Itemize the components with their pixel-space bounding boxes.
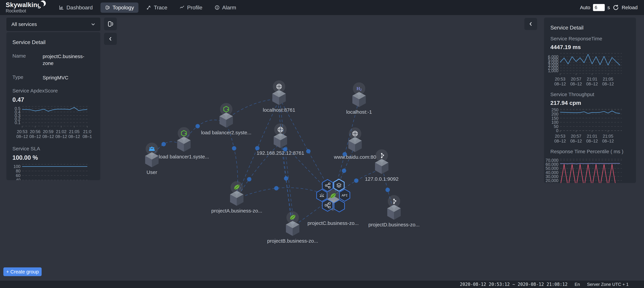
reload-icon[interactable] [612,4,619,11]
type-value: SpringMVC [42,74,94,81]
name-value: projectC.business-zone [42,53,94,67]
nav-item-profile[interactable]: Profile [175,2,207,13]
topology-node-baidu[interactable]: www.baidu.com:80 [334,128,376,160]
collapse-left-panel-button[interactable] [104,33,117,45]
status-bar: 2020-08-12 20:53:12 ~ 2020-08-12 21:08:1… [0,281,644,288]
topology-nodes: Userload balancer1.syste...load balancer… [145,80,420,244]
apdex-chart-title: Service ApdexScore [12,88,94,94]
seconds-label: s [608,5,610,10]
chevron-left-icon [528,21,533,26]
node-label: 127.0.0.1:9092 [365,176,398,182]
svg-text:1,000: 1,000 [548,68,558,73]
edge-traffic-dot [354,178,358,183]
svg-text:21:02: 21:02 [56,129,66,134]
topology-icon [105,5,110,10]
nav-item-trace[interactable]: Trace [142,2,172,13]
node-label: projectC.business-zo... [308,220,358,226]
nav-label: Topology [112,4,134,11]
panel-title: Service Detail [550,25,630,31]
type-label: Type [12,74,42,81]
svg-text:150: 150 [552,116,558,121]
sla-chart-value: 100.00 % [12,154,94,161]
reload-label[interactable]: Reload [622,5,638,10]
svg-text:21:0: 21:0 [83,129,92,134]
node-label: load balancer1.syste... [159,154,209,159]
topology-node-h2db[interactable]: H2localhost:-1 [346,82,372,115]
topology-node-lb2[interactable]: load balancer2.syste... [201,103,251,135]
edge-traffic-dot [274,186,278,190]
svg-text:08–12: 08–12 [554,139,566,143]
percentile-chart: 70,00060,00050,00040,00030,00020,00010,0… [550,157,630,183]
main-nav: DashboardTopologyTraceProfileAlarm [54,2,240,13]
nav-label: Alarm [222,4,236,11]
sla-chart-title: Service SLA [12,146,94,151]
service-selector-value: All services [12,21,37,27]
svg-text:21:05: 21:05 [603,77,613,81]
node-label: load balancer2.syste... [201,130,251,135]
svg-text:08–12: 08–12 [29,134,41,139]
auto-interval-input[interactable] [593,4,605,11]
topology-edge [280,103,294,225]
throughput-chart: 25020015010050020:5308–1220:5708–1221:01… [550,108,630,144]
trace-icon [146,5,152,10]
node-menu-hex-api[interactable]: API [340,189,350,201]
edge-traffic-dot [386,188,390,192]
nav-item-topology[interactable]: Topology [100,2,138,13]
svg-text:20:53: 20:53 [555,77,566,81]
topology-node-projectA[interactable]: projectA.business-zo... [211,181,262,213]
service-name-row: Name projectC.business-zone [12,53,94,67]
svg-text:80: 80 [16,169,20,173]
svg-text:21:01: 21:01 [587,134,597,139]
alarm-icon [214,5,220,10]
topology-node-projectB[interactable]: projectB.business-zo... [267,211,318,244]
node-menu-hex-layers[interactable] [334,179,344,191]
logo-crescent-icon [38,0,47,8]
nav-item-dashboard[interactable]: Dashboard [54,2,97,13]
node-label: User [146,169,157,175]
topology-node-registry2[interactable]: 192.168.252.12:8761 [256,123,304,156]
create-group-button[interactable]: + Create group [3,267,42,276]
node-label: projectA.business-zo... [211,208,262,213]
apdex-chart-value: 0.47 [12,96,94,103]
topology-node-registry1[interactable]: localhost:8761 [263,80,295,113]
svg-text:20:53: 20:53 [17,129,28,134]
topology-edge [282,103,330,191]
response-time-chart-title: Service ResponseTime [550,36,630,41]
service-selector[interactable]: All services [6,17,100,31]
time-range: 2020-08-12 20:53:12 ~ 2020-08-12 21:08:1… [460,282,568,287]
edge-traffic-dot [196,124,200,128]
svg-text:20:59: 20:59 [43,129,54,134]
svg-text:50: 50 [554,124,558,129]
throughput-chart-title: Service Throughput [550,92,630,97]
topology-node-user[interactable]: User [145,143,158,175]
topology-node-projectD[interactable]: projectD.business-zo... [368,195,420,227]
edge-traffic-dot [247,177,251,181]
service-type-row: Type SpringMVC [12,74,94,81]
left-service-detail-panel: Service Detail Name projectC.business-zo… [6,32,100,180]
collapse-right-panel-button[interactable] [524,18,537,30]
svg-text:08–12: 08–12 [602,82,614,86]
node-menu-hex-alarm[interactable] [317,189,327,201]
response-time-chart-value: 4447.19 ms [550,44,630,50]
node-label: projectB.business-zo... [267,238,318,244]
svg-text:0.1: 0.1 [14,120,20,125]
svg-text:08–12: 08–12 [42,134,54,139]
app-logo[interactable]: Skywalking Rocketbot [6,2,48,13]
name-label: Name [12,53,42,67]
svg-text:100: 100 [14,164,20,169]
node-label: www.baidu.com:80 [334,154,376,160]
dashboard-icon [59,5,64,10]
server-zone-selector[interactable]: Server Zone UTC + 1 [587,282,628,287]
nav-item-alarm[interactable]: Alarm [210,2,240,13]
svg-text:08–12: 08–12 [68,134,80,139]
language-toggle[interactable]: En [574,282,580,287]
edge-traffic-dot [162,142,166,146]
edge-traffic-dot [284,176,288,181]
topology-edge [241,188,326,197]
topology-overview-button[interactable] [104,17,117,30]
topology-node-projectC[interactable]: APIprojectC.business-zo... [308,179,358,226]
throughput-chart-value: 217.94 cpm [550,100,630,106]
sla-chart: 10080604020020:5308–1220:5608–1220:5908–… [12,162,94,180]
endpoints-icon: API [342,194,348,197]
node-label: projectD.business-zo... [368,222,420,227]
